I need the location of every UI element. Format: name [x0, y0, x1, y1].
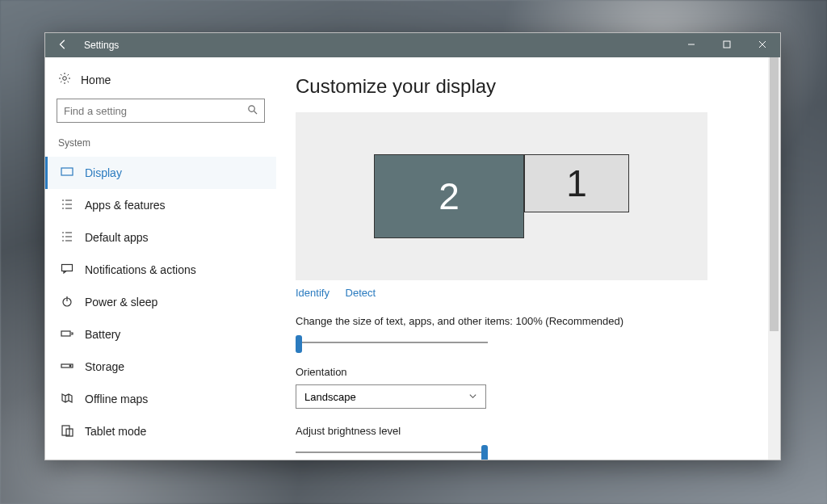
default-apps-icon — [61, 230, 73, 246]
sidebar-item-label: Storage — [85, 360, 124, 373]
maximize-icon — [723, 40, 731, 51]
sidebar-item-label: Tablet mode — [85, 425, 146, 438]
sidebar-item-label: Notifications & actions — [85, 263, 196, 276]
search-icon — [247, 103, 258, 118]
sidebar-item-notifications[interactable]: Notifications & actions — [45, 254, 276, 286]
svg-rect-4 — [62, 264, 73, 271]
content-scrollbar[interactable] — [768, 57, 780, 460]
monitor-label: 2 — [439, 174, 460, 218]
close-button[interactable] — [745, 33, 780, 57]
close-icon — [758, 40, 766, 51]
chevron-down-icon — [468, 391, 477, 403]
minimize-button[interactable] — [674, 33, 709, 57]
sidebar-item-apps-features[interactable]: Apps & features — [45, 189, 276, 221]
sidebar-nav: Display Apps & features Default apps Not… — [45, 157, 276, 447]
sidebar-item-power-sleep[interactable]: Power & sleep — [45, 286, 276, 318]
power-icon — [61, 295, 73, 310]
svg-point-8 — [69, 365, 71, 367]
search-input[interactable] — [64, 105, 247, 117]
slider-track — [296, 342, 488, 343]
display-action-links: Identify Detect — [296, 287, 761, 299]
sidebar-item-label: Default apps — [85, 231, 149, 244]
home-button[interactable]: Home — [45, 72, 276, 99]
detect-link[interactable]: Detect — [346, 287, 376, 299]
sidebar-item-tablet-mode[interactable]: Tablet mode — [45, 415, 276, 447]
identify-link[interactable]: Identify — [296, 287, 330, 299]
scrollbar-thumb[interactable] — [770, 57, 779, 331]
monitor-1[interactable]: 1 — [524, 154, 629, 212]
minimize-icon — [687, 40, 695, 51]
sidebar-item-offline-maps[interactable]: Offline maps — [45, 383, 276, 415]
list-icon — [61, 198, 73, 213]
display-arrangement-area[interactable]: 2 1 — [296, 112, 707, 280]
sidebar-item-label: Power & sleep — [85, 296, 157, 309]
content-area: Customize your display 2 1 Identify Dete… — [276, 57, 780, 460]
sidebar: Home System Display Apps & features — [45, 57, 276, 460]
orientation-value: Landscape — [304, 391, 356, 403]
tablet-icon — [61, 424, 73, 439]
slider-thumb[interactable] — [481, 445, 488, 460]
brightness-slider[interactable] — [296, 445, 488, 460]
back-button[interactable] — [45, 33, 81, 57]
home-label: Home — [81, 74, 111, 86]
sidebar-item-display[interactable]: Display — [45, 157, 276, 189]
search-box[interactable] — [57, 99, 265, 123]
sidebar-item-battery[interactable]: Battery — [45, 318, 276, 351]
monitor-2-selected[interactable]: 2 — [374, 154, 524, 238]
orientation-label: Orientation — [296, 366, 761, 378]
map-icon — [61, 392, 73, 407]
svg-point-1 — [63, 77, 67, 81]
sidebar-group-label: System — [45, 134, 276, 157]
storage-icon — [61, 359, 73, 375]
monitor-label: 1 — [566, 162, 587, 205]
svg-point-2 — [249, 106, 254, 111]
slider-thumb[interactable] — [296, 335, 302, 353]
page-title: Customize your display — [296, 75, 761, 98]
svg-rect-6 — [61, 331, 70, 336]
scale-slider[interactable] — [296, 335, 488, 350]
slider-track — [296, 452, 488, 453]
sidebar-item-storage[interactable]: Storage — [45, 351, 276, 383]
battery-icon — [61, 327, 73, 342]
settings-window: Settings Home Syst — [44, 32, 781, 460]
sidebar-item-label: Apps & features — [85, 199, 166, 212]
back-arrow-icon — [57, 39, 69, 52]
svg-rect-3 — [61, 168, 73, 175]
chat-icon — [61, 262, 73, 278]
sidebar-item-default-apps[interactable]: Default apps — [45, 221, 276, 254]
sidebar-item-label: Display — [85, 166, 122, 179]
sidebar-item-label: Offline maps — [85, 393, 148, 405]
orientation-select[interactable]: Landscape — [296, 384, 486, 409]
title-bar: Settings — [45, 33, 780, 57]
sidebar-item-label: Battery — [85, 328, 120, 341]
brightness-label: Adjust brightness level — [296, 425, 761, 437]
maximize-button[interactable] — [709, 33, 745, 57]
svg-rect-0 — [724, 41, 730, 48]
scale-label: Change the size of text, apps, and other… — [296, 315, 761, 327]
gear-icon — [58, 72, 71, 87]
monitor-icon — [61, 166, 73, 181]
window-title: Settings — [81, 40, 119, 51]
